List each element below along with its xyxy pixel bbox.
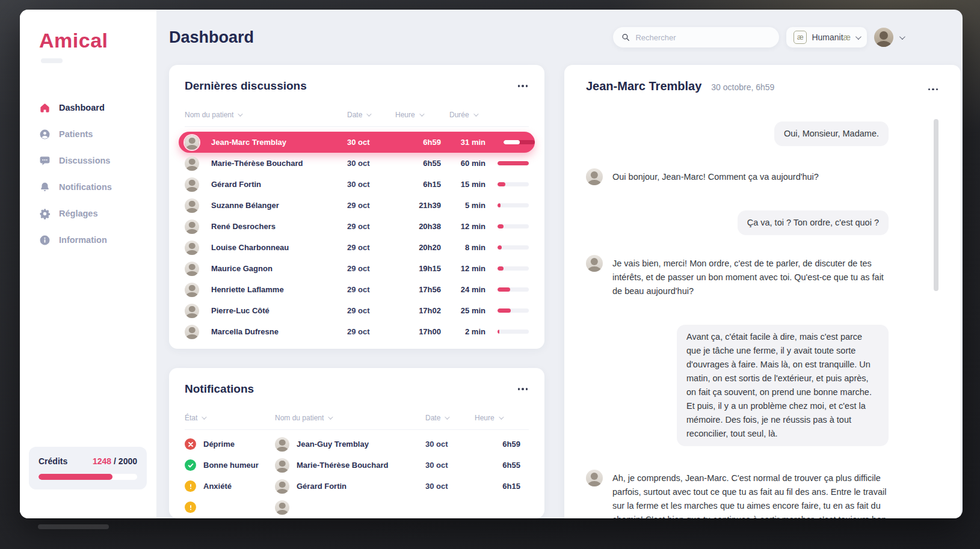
notifications-title: Notifications [185, 382, 254, 396]
notification-row[interactable] [185, 497, 529, 518]
column-label: Heure [395, 111, 415, 119]
cell-name: Pierre-Luc Côté [205, 306, 347, 315]
discussions-menu-button[interactable] [517, 81, 529, 91]
sidebar-item-label: Dashboard [59, 103, 105, 112]
chat-bubble: Oui, Monsieur, Madame. [774, 121, 889, 146]
discussion-row[interactable]: Suzanne Bélanger29 oct21h395 min [185, 195, 529, 216]
chat-panel: Jean-Marc Tremblay 30 octobre, 6h59 Oui,… [564, 65, 961, 518]
chevron-down-icon [367, 111, 372, 116]
user-menu[interactable] [874, 28, 904, 47]
discussion-row[interactable]: René Desrochers29 oct20h3812 min [185, 216, 529, 237]
sidebar-item-label: Réglages [59, 209, 97, 218]
chevron-down-icon [473, 111, 478, 116]
duration-bar-fill [504, 140, 520, 144]
chat-message-assistant: Ah, je comprends, Jean-Marc. C'est norma… [586, 471, 889, 518]
patient-avatar [185, 325, 199, 339]
discussion-row[interactable]: Henriette Laflamme29 oct17h5624 min [185, 279, 529, 300]
discussion-row[interactable]: Marie-Thérèse Bouchard30 oct6h5560 min [185, 153, 529, 174]
patient-avatar [275, 479, 289, 494]
credits-progress-fill [39, 474, 112, 480]
sidebar-item-information[interactable]: Information [39, 227, 156, 253]
sidebar-item-réglages[interactable]: Réglages [39, 200, 156, 227]
language-selector[interactable]: æ Humanitæ [786, 27, 867, 48]
discussion-row[interactable]: Marcella Dufresne29 oct17h002 min [185, 321, 529, 342]
search-icon [621, 33, 630, 41]
cell-duration: 12 min [449, 264, 492, 273]
duration-bar-fill [498, 224, 504, 228]
cell-time: 17h00 [395, 327, 449, 336]
duration-bar-fill [498, 245, 502, 250]
cell-date: 30 oct [425, 482, 475, 491]
sort-header-3[interactable]: Heure [475, 414, 529, 422]
cell-time: 21h39 [395, 201, 449, 210]
cell-time: 6h55 [475, 461, 529, 470]
column-label: Durée [449, 111, 469, 119]
column-label: Nom du patient [185, 111, 233, 119]
search-input[interactable] [635, 33, 771, 42]
cell-duration: 12 min [449, 222, 492, 231]
gear-icon [39, 208, 51, 219]
duration-bar-fill [498, 182, 505, 186]
duration-bar [498, 161, 529, 165]
notification-row[interactable]: AnxiétéGérard Fortin30 oct6h15 [185, 476, 529, 497]
cell-name: Maurice Gagnon [205, 264, 347, 273]
chevron-down-icon [202, 414, 207, 419]
chat-patient-name: Jean-Marc Tremblay [586, 79, 701, 93]
patient-name: Gérard Fortin [297, 482, 347, 491]
chat-menu-button[interactable] [927, 85, 940, 94]
discussion-row[interactable]: Maurice Gagnon29 oct19h1512 min [185, 258, 529, 279]
cell-name: Gérard Fortin [205, 180, 347, 189]
sidebar-item-notifications[interactable]: Notifications [39, 174, 156, 200]
duration-bar-fill [498, 308, 511, 313]
sort-header-0[interactable]: Nom du patient [185, 111, 347, 119]
discussion-row[interactable]: Louise Charbonneau29 oct20h208 min [185, 237, 529, 258]
patient-avatar [185, 283, 199, 297]
sort-header-3[interactable]: Durée [449, 111, 492, 119]
chevron-down-icon [445, 414, 450, 419]
cell-time: 20h38 [395, 222, 449, 231]
sort-header-2[interactable]: Heure [395, 111, 449, 119]
discussion-row[interactable]: Jean-Marc Tremblay30 oct6h5931 min [179, 132, 535, 153]
search-bar[interactable] [613, 27, 779, 48]
credits-total: 2000 [119, 456, 137, 466]
patient-cell: Gérard Fortin [275, 479, 425, 494]
sidebar-item-dashboard[interactable]: Dashboard [39, 94, 156, 121]
duration-bar-fill [498, 330, 499, 334]
patient-avatar [275, 458, 289, 473]
sidebar-item-patients[interactable]: Patients [39, 121, 156, 147]
person-icon [39, 129, 51, 140]
status-cell: Déprime [185, 438, 275, 450]
cell-time: 20h20 [395, 243, 449, 252]
cell-date: 29 oct [347, 285, 395, 294]
cell-date: 29 oct [347, 222, 395, 231]
patient-avatar [185, 241, 199, 255]
notification-row[interactable]: DéprimeJean-Guy Tremblay30 oct6h59 [185, 434, 529, 455]
notification-row[interactable]: Bonne humeurMarie-Thérèse Bouchard30 oct… [185, 455, 529, 476]
user-avatar [874, 28, 893, 47]
sort-header-0[interactable]: État [185, 414, 275, 422]
chat-text: Ah, je comprends, Jean-Marc. C'est norma… [612, 471, 889, 518]
sort-header-2[interactable]: Date [425, 414, 475, 422]
status-cell: Bonne humeur [185, 459, 275, 471]
chat-icon [39, 155, 51, 167]
status-cell: Anxiété [185, 480, 275, 492]
cell-date: 30 oct [347, 159, 395, 168]
patient-name: Marie-Thérèse Bouchard [297, 461, 388, 470]
patient-avatar [185, 219, 199, 234]
notifications-table-header: ÉtatNom du patientDateHeure [185, 414, 529, 430]
sort-header-1[interactable]: Nom du patient [275, 414, 425, 422]
discussion-row[interactable]: Gérard Fortin30 oct6h1515 min [185, 174, 529, 195]
cell-date: 30 oct [347, 180, 395, 189]
notifications-menu-button[interactable] [517, 384, 529, 394]
notifications-table-body: DéprimeJean-Guy Tremblay30 oct6h59Bonne … [185, 434, 529, 518]
cell-duration: 5 min [449, 201, 492, 210]
sort-header-1[interactable]: Date [347, 111, 395, 119]
sidebar-item-discussions[interactable]: Discussions [39, 147, 156, 174]
chat-message-assistant: Oui bonjour, Jean-Marc! Comment ça va au… [586, 170, 889, 185]
duration-bar [498, 182, 529, 186]
chevron-down-icon [328, 414, 333, 419]
patient-avatar [275, 500, 289, 515]
discussion-row[interactable]: Pierre-Luc Côté29 oct17h0225 min [185, 300, 529, 321]
chat-scrollbar[interactable] [934, 119, 938, 291]
cell-duration: 31 min [449, 138, 492, 147]
